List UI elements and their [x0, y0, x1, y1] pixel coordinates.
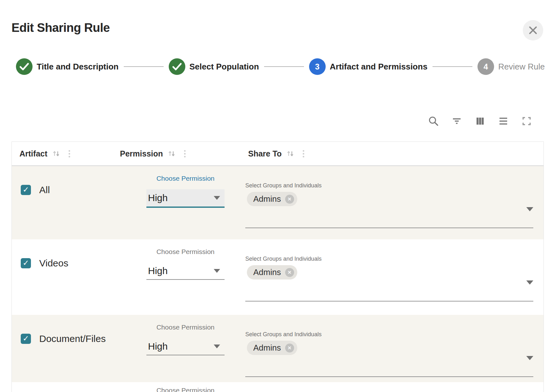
columns-icon[interactable]	[475, 116, 485, 127]
column-label: Permission	[120, 149, 163, 158]
column-menu-icon[interactable]	[183, 149, 187, 159]
share-to-cell	[238, 382, 544, 392]
chevron-down-icon	[214, 196, 220, 200]
choose-permission-link[interactable]: Choose Permission	[146, 387, 225, 392]
stepper: Title and Description Select Population …	[16, 58, 545, 75]
group-chip: Admins ✕	[247, 192, 297, 206]
artifact-permissions-table: Artifact Permission Share To	[11, 142, 544, 392]
choose-permission-link[interactable]: Choose Permission	[146, 248, 225, 256]
select-groups-field[interactable]: Select Groups and Individuals Admins ✕	[245, 256, 533, 301]
step-label: Select Population	[189, 62, 259, 72]
chip-remove-icon[interactable]: ✕	[285, 344, 294, 352]
page-title: Edit Sharing Rule	[11, 21, 110, 35]
close-icon	[528, 25, 538, 35]
permission-select[interactable]: High	[146, 338, 225, 355]
step-number-badge: 4	[477, 58, 494, 75]
permission-cell: Choose Permission High	[115, 315, 238, 355]
chevron-down-icon[interactable]	[526, 280, 533, 285]
chip-remove-icon[interactable]: ✕	[285, 195, 294, 204]
artifact-cell: ✓ Videos	[12, 239, 115, 269]
table-row-partial: Choose Permission	[12, 382, 544, 392]
sort-icon[interactable]	[286, 149, 294, 158]
step-connector	[433, 66, 472, 67]
search-icon[interactable]	[428, 116, 439, 127]
chip-remove-icon[interactable]: ✕	[285, 268, 294, 277]
column-header-artifact: Artifact	[12, 142, 115, 165]
step-complete-icon	[16, 58, 33, 75]
step-artifact-and-permissions[interactable]: 3 Artifact and Permissions	[309, 58, 427, 75]
step-number-badge: 3	[309, 58, 326, 75]
step-label: Review Rule	[498, 62, 545, 72]
artifact-cell	[12, 382, 115, 392]
permission-cell: Choose Permission	[115, 382, 238, 392]
table-row-videos: ✓ Videos Choose Permission High Select G…	[12, 239, 544, 315]
artifact-label: Videos	[39, 258, 68, 269]
row-density-icon[interactable]	[498, 116, 509, 127]
sort-icon[interactable]	[52, 149, 60, 158]
artifact-label: All	[39, 185, 50, 195]
step-label: Artifact and Permissions	[330, 62, 427, 72]
artifact-cell: ✓ All	[12, 166, 115, 195]
permission-value: High	[148, 192, 168, 203]
share-to-cell: Select Groups and Individuals Admins ✕	[238, 315, 544, 377]
column-label: Share To	[248, 149, 282, 158]
chevron-down-icon[interactable]	[526, 356, 533, 360]
check-icon: ✓	[23, 335, 29, 342]
select-groups-field[interactable]: Select Groups and Individuals Admins ✕	[245, 331, 533, 377]
share-field-label: Select Groups and Individuals	[245, 256, 533, 262]
artifact-label: Document/Files	[39, 333, 106, 344]
step-select-population[interactable]: Select Population	[169, 58, 259, 75]
choose-permission-link[interactable]: Choose Permission	[146, 175, 225, 182]
table-row-document-files: ✓ Document/Files Choose Permission High …	[12, 315, 544, 382]
artifact-cell: ✓ Document/Files	[12, 315, 115, 344]
edit-sharing-rule-dialog: Edit Sharing Rule Title and Description …	[0, 0, 555, 392]
table-row-all: ✓ All Choose Permission High Select Grou…	[12, 166, 544, 239]
column-label: Artifact	[19, 149, 48, 158]
step-number: 3	[315, 62, 320, 71]
table-header-row: Artifact Permission Share To	[12, 142, 544, 166]
step-number: 4	[484, 62, 488, 71]
close-button[interactable]	[523, 20, 543, 40]
chevron-down-icon[interactable]	[526, 207, 533, 211]
permission-select[interactable]: High	[146, 263, 225, 280]
share-field-label: Select Groups and Individuals	[245, 331, 533, 338]
permission-value: High	[148, 341, 168, 352]
step-review-rule[interactable]: 4 Review Rule	[477, 58, 545, 75]
table-toolbar	[428, 116, 532, 127]
fullscreen-icon[interactable]	[521, 116, 532, 127]
permission-cell: Choose Permission High	[115, 239, 238, 280]
step-label: Title and Description	[37, 62, 119, 72]
share-to-cell: Select Groups and Individuals Admins ✕	[238, 166, 544, 228]
checkbox-checked[interactable]: ✓	[21, 334, 31, 344]
permission-select[interactable]: High	[146, 189, 225, 208]
step-complete-icon	[169, 58, 185, 75]
share-field-label: Select Groups and Individuals	[245, 182, 533, 189]
column-header-share-to: Share To	[238, 142, 544, 165]
chip-label: Admins	[253, 194, 281, 204]
step-title-and-description[interactable]: Title and Description	[16, 58, 119, 75]
check-icon: ✓	[23, 186, 29, 193]
checkbox-checked[interactable]: ✓	[21, 185, 31, 195]
column-menu-icon[interactable]	[67, 149, 71, 159]
step-connector	[264, 66, 304, 67]
select-groups-field[interactable]: Select Groups and Individuals Admins ✕	[245, 182, 533, 228]
check-icon: ✓	[23, 259, 29, 267]
step-connector	[124, 66, 164, 67]
permission-value: High	[148, 265, 168, 276]
group-chip: Admins ✕	[247, 341, 297, 355]
chip-label: Admins	[253, 267, 281, 277]
chevron-down-icon	[214, 345, 220, 348]
filter-icon[interactable]	[451, 116, 462, 127]
group-chip: Admins ✕	[247, 265, 297, 279]
column-menu-icon[interactable]	[301, 149, 306, 159]
permission-cell: Choose Permission High	[115, 166, 238, 208]
choose-permission-link[interactable]: Choose Permission	[146, 323, 225, 331]
chevron-down-icon	[214, 269, 220, 273]
sort-icon[interactable]	[167, 149, 176, 158]
column-header-permission: Permission	[115, 142, 238, 165]
chip-label: Admins	[253, 343, 281, 353]
share-to-cell: Select Groups and Individuals Admins ✕	[238, 239, 544, 301]
checkbox-checked[interactable]: ✓	[21, 258, 31, 268]
